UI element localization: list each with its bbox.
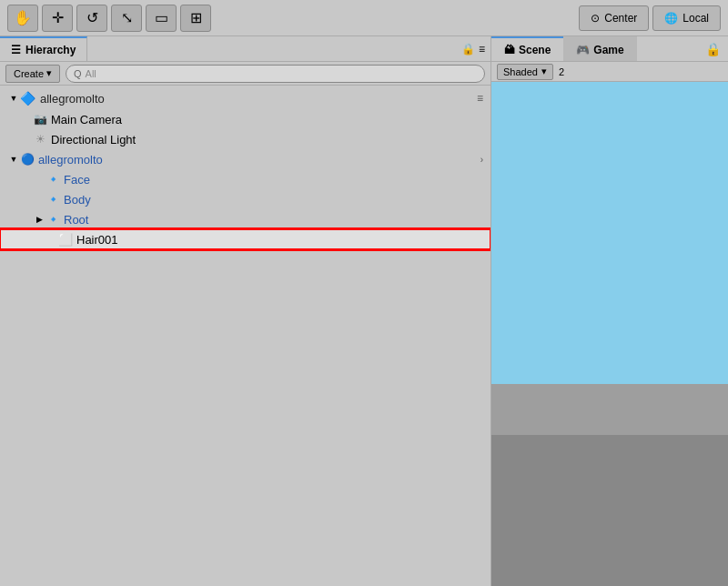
hand-tool-button[interactable]: ✋ bbox=[7, 5, 38, 32]
search-box: Q All bbox=[66, 65, 485, 83]
game-icon: 🎮 bbox=[576, 44, 590, 56]
scene-tab-label: Scene bbox=[519, 44, 551, 56]
body-item[interactable]: 🔹 Body bbox=[0, 189, 490, 209]
hierarchy-content: ▼ 🔷 allegromolto ≡ 📷 Main Camera ☀ Direc… bbox=[0, 86, 490, 586]
main-camera-label: Main Camera bbox=[51, 113, 122, 126]
hierarchy-tab[interactable]: ☰ Hierarchy bbox=[0, 36, 87, 61]
allegromolto-expand-arrow: ▼ bbox=[7, 153, 20, 166]
shaded-label: Shaded bbox=[503, 66, 538, 77]
scene-viewport[interactable] bbox=[491, 82, 728, 586]
scale-tool-button[interactable]: ⤡ bbox=[111, 5, 142, 32]
shaded-arrow: ▾ bbox=[541, 66, 547, 77]
scene-toolbar: Shaded ▾ 2 bbox=[491, 62, 728, 82]
hierarchy-icon: ☰ bbox=[11, 44, 21, 56]
scene-tab-bar: 🏔 Scene 🎮 Game 🔒 bbox=[491, 36, 728, 62]
root-expand-arrow: ▼ bbox=[7, 92, 20, 105]
game-tab[interactable]: 🎮 Game bbox=[563, 36, 636, 61]
local-icon: 🌐 bbox=[664, 12, 678, 25]
main-area: ☰ Hierarchy 🔒 ≡ Create ▾ Q All ▼ bbox=[0, 36, 728, 586]
tab-bar-icons: 🔒 ≡ bbox=[461, 36, 490, 61]
root-item[interactable]: ▼ 🔷 allegromolto ≡ bbox=[0, 87, 490, 109]
transform-tool-button[interactable]: ⊞ bbox=[180, 5, 211, 32]
create-arrow: ▾ bbox=[46, 67, 52, 79]
options-icon: ≡ bbox=[479, 43, 485, 56]
pivot-icon: ⊙ bbox=[591, 12, 600, 25]
lock-icon: 🔒 bbox=[461, 43, 475, 56]
root-mesh-icon: 🔹 bbox=[46, 212, 60, 227]
move-tool-button[interactable]: ✛ bbox=[42, 5, 73, 32]
create-label: Create bbox=[14, 68, 44, 79]
toolbar-number: 2 bbox=[559, 66, 564, 77]
face-item[interactable]: 🔹 Face bbox=[0, 169, 490, 189]
hair001-item[interactable]: ⬜ Hair001 bbox=[0, 229, 490, 249]
hierarchy-tab-bar: ☰ Hierarchy 🔒 ≡ bbox=[0, 36, 490, 62]
face-mesh-icon: 🔹 bbox=[46, 172, 60, 187]
scene-tab[interactable]: 🏔 Scene bbox=[491, 36, 563, 61]
hierarchy-panel: ☰ Hierarchy 🔒 ≡ Create ▾ Q All ▼ bbox=[0, 36, 491, 586]
scene-lock-icon: 🔒 bbox=[705, 36, 728, 61]
light-icon: ☀ bbox=[33, 132, 47, 146]
hierarchy-tab-label: Hierarchy bbox=[25, 44, 76, 56]
create-button[interactable]: Create ▾ bbox=[5, 65, 60, 83]
scene-panel: 🏔 Scene 🎮 Game 🔒 Shaded ▾ 2 bbox=[491, 36, 728, 586]
local-button[interactable]: 🌐 Local bbox=[652, 5, 721, 31]
body-mesh-icon: 🔹 bbox=[46, 192, 60, 207]
allegromolto-child-label: allegromolto bbox=[38, 153, 103, 167]
main-toolbar: ✋ ✛ ↺ ⤡ ▭ ⊞ ⊙ Center 🌐 Local bbox=[0, 0, 728, 36]
game-tab-label: Game bbox=[593, 44, 623, 56]
rotate-tool-button[interactable]: ↺ bbox=[76, 5, 107, 32]
root-label-child: Root bbox=[64, 213, 88, 227]
pivot-mode-controls: ⊙ Center 🌐 Local bbox=[579, 5, 721, 31]
root-child-item[interactable]: ▶ 🔹 Root bbox=[0, 209, 490, 229]
scene-icon: 🏔 bbox=[504, 44, 515, 56]
center-label: Center bbox=[604, 12, 637, 25]
hair-cube-icon: ⬜ bbox=[58, 232, 73, 247]
hierarchy-toolbar: Create ▾ Q All bbox=[0, 62, 490, 86]
local-label: Local bbox=[682, 12, 709, 25]
body-label: Body bbox=[64, 193, 91, 207]
model-icon: 🔵 bbox=[20, 152, 35, 167]
root-label: allegromolto bbox=[40, 92, 105, 106]
unity-icon: 🔷 bbox=[20, 91, 35, 106]
root-options-icon: ≡ bbox=[477, 92, 483, 105]
camera-icon: 📷 bbox=[33, 112, 47, 126]
root-expand-arrow-child: ▶ bbox=[33, 213, 46, 226]
main-camera-item[interactable]: 📷 Main Camera bbox=[0, 109, 490, 129]
hair001-label: Hair001 bbox=[76, 233, 118, 247]
center-button[interactable]: ⊙ Center bbox=[579, 5, 649, 31]
directional-light-label: Directional Light bbox=[51, 133, 136, 146]
child-options-icon: › bbox=[480, 155, 483, 165]
search-placeholder: All bbox=[86, 68, 96, 79]
face-label: Face bbox=[64, 173, 90, 187]
search-prefix: Q bbox=[74, 68, 82, 79]
directional-light-item[interactable]: ☀ Directional Light bbox=[0, 129, 490, 149]
shaded-dropdown[interactable]: Shaded ▾ bbox=[497, 64, 553, 80]
allegromolto-child-item[interactable]: ▼ 🔵 allegromolto › bbox=[0, 149, 490, 169]
rect-tool-button[interactable]: ▭ bbox=[146, 5, 177, 32]
